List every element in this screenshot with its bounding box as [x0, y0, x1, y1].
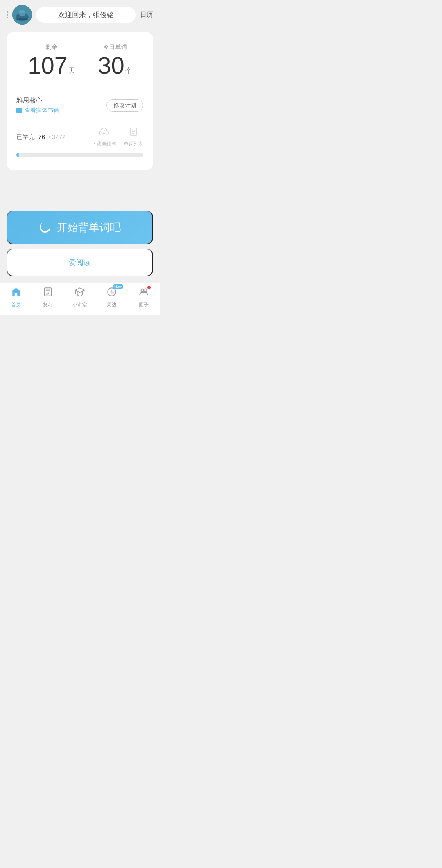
moon-icon: [39, 221, 52, 234]
read-button[interactable]: 爱阅读: [7, 249, 153, 276]
divider-2: [16, 119, 143, 119]
spacer: [0, 174, 160, 204]
book-row: 雅思核心 查看实体书籍 修改计划: [16, 96, 143, 114]
remaining-label: 剩余: [28, 43, 75, 51]
progress-bar-fill: [16, 153, 19, 157]
download-action[interactable]: 下载离线包: [92, 127, 116, 148]
start-study-button[interactable]: 开始背单词吧: [7, 211, 153, 244]
read-label: 爱阅读: [69, 258, 91, 267]
wordlist-icon: [129, 127, 138, 139]
book-icon: [16, 108, 22, 113]
shop-icon: 淘 New: [106, 287, 117, 300]
svg-point-13: [141, 289, 144, 292]
lecture-icon: [74, 287, 85, 300]
wordlist-action[interactable]: 单词列表: [124, 127, 143, 148]
notification-dot: [147, 286, 151, 289]
download-icon: [99, 127, 109, 139]
svg-point-2: [19, 10, 25, 16]
nav-lecture-label: 小讲堂: [72, 301, 87, 308]
download-label: 下载离线包: [92, 141, 116, 148]
remaining-value: 107 天: [28, 54, 75, 77]
nav-home[interactable]: 首页: [4, 287, 28, 308]
welcome-text: 欢迎回来，張俊铭: [36, 7, 136, 23]
bottom-nav: 首页 复习 小讲堂 淘: [0, 283, 160, 315]
header: 欢迎回来，張俊铭 日历: [0, 0, 160, 29]
nav-circle-label: 圈子: [139, 301, 149, 308]
circle-icon: [138, 287, 149, 300]
book-info: 雅思核心 查看实体书籍: [16, 96, 59, 114]
progress-bar: [16, 153, 143, 157]
avatar[interactable]: [12, 5, 32, 25]
new-badge: New: [113, 284, 123, 289]
svg-text:淘: 淘: [110, 290, 114, 294]
modify-plan-button[interactable]: 修改计划: [106, 99, 143, 112]
book-title: 雅思核心: [16, 96, 59, 105]
nav-shop[interactable]: 淘 New 周边: [99, 287, 124, 308]
home-icon: [11, 287, 21, 300]
divider: [16, 89, 143, 89]
progress-header: 已学完 76 / 3272 下载离线包: [16, 127, 143, 148]
start-label: 开始背单词吧: [57, 220, 121, 235]
nav-home-label: 首页: [11, 301, 21, 308]
today-words-stat: 今日单词 30 个: [98, 43, 132, 77]
review-icon: [43, 287, 53, 300]
today-words-label: 今日单词: [98, 43, 132, 51]
remaining-stat: 剩余 107 天: [28, 43, 75, 77]
stats-row: 剩余 107 天 今日单词 30 个: [16, 43, 143, 77]
main-card: 剩余 107 天 今日单词 30 个 雅思核心 查看实体书籍 修改计划: [7, 32, 153, 170]
wordlist-label: 单词列表: [124, 141, 143, 148]
nav-review[interactable]: 复习: [36, 287, 60, 308]
nav-shop-label: 周边: [107, 301, 117, 308]
nav-circle[interactable]: 圈子: [131, 287, 156, 308]
menu-dots[interactable]: [7, 11, 8, 18]
book-link[interactable]: 查看实体书籍: [16, 107, 59, 114]
progress-actions: 下载离线包 单词列表: [92, 127, 143, 148]
progress-text: 已学完 76 / 3272: [16, 133, 65, 141]
nav-lecture[interactable]: 小讲堂: [68, 287, 92, 308]
svg-rect-7: [15, 293, 18, 296]
calendar-button[interactable]: 日历: [140, 11, 153, 19]
today-words-value: 30 个: [98, 54, 132, 77]
progress-section: 已学完 76 / 3272 下载离线包: [16, 127, 143, 157]
nav-review-label: 复习: [43, 301, 53, 308]
svg-point-14: [144, 289, 147, 292]
